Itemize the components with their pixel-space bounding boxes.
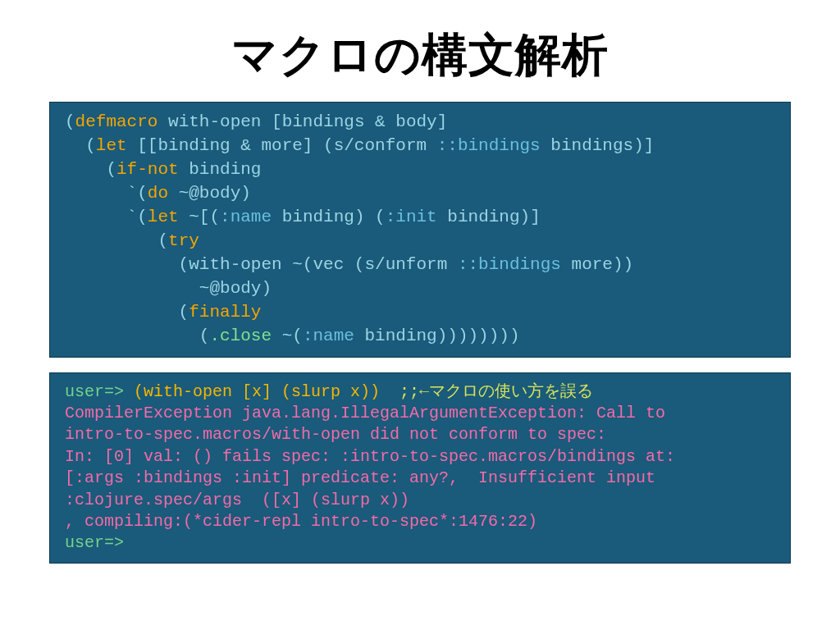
slide: マクロの構文解析 (defmacro with-open [bindings &… (0, 0, 840, 630)
indent: `( (65, 208, 148, 226)
kw-let2: let (148, 208, 179, 226)
indent: ( (65, 136, 96, 155)
error-line: intro-to-spec.macros/with-open did not c… (65, 425, 606, 444)
slide-title: マクロの構文解析 (49, 25, 791, 87)
kw-try: try (168, 231, 199, 250)
error-line: , compiling:(*cider-repl intro-to-spec*:… (65, 512, 537, 531)
withopen-call: (with-open ~(vec (s/unform (65, 255, 458, 274)
method-close: .close (209, 326, 272, 345)
let-binding: [[binding & more] (s/conform (127, 136, 437, 155)
error-line: :clojure.spec/args ([x] (slurp x)) (65, 491, 409, 509)
error-line: In: [0] val: () fails spec: :intro-to-sp… (65, 447, 675, 466)
indent: `( (65, 184, 148, 203)
kw-defmacro: defmacro (75, 112, 158, 131)
mid1: binding) ( (272, 208, 386, 226)
closing-parens: binding)))))))) (354, 326, 520, 345)
vec-open: ~[( (179, 208, 220, 226)
tail2: more)) (561, 255, 633, 274)
tail: bindings)] (541, 136, 655, 155)
repl-prompt: user=> (65, 382, 124, 401)
kw-name: :name (220, 208, 272, 226)
body: ~@body) (168, 184, 251, 203)
kw-bindings: ::bindings (437, 136, 541, 155)
body2: ~@body) (65, 279, 272, 298)
indent: ( (65, 160, 116, 179)
mid2: binding)] (437, 208, 541, 226)
indent: ( (65, 326, 209, 345)
error-line: [:args :bindings :init] predicate: any?,… (65, 468, 655, 487)
code-block-defmacro: (defmacro with-open [bindings & body] (l… (49, 102, 791, 358)
indent: ( (65, 303, 189, 322)
kw-bindings2: ::bindings (458, 255, 561, 274)
repl-comment: ;;←マクロの使い方を誤る (399, 382, 593, 401)
tilde-open: ~( (272, 326, 303, 345)
indent: ( (65, 231, 168, 250)
kw-let: let (96, 136, 127, 155)
error-line: CompilerException java.lang.IllegalArgum… (65, 404, 665, 422)
cond: binding (179, 160, 262, 179)
paren: ( (65, 112, 75, 131)
sig: with-open [bindings & body] (158, 112, 447, 131)
repl-input: (with-open [x] (slurp x)) (124, 382, 399, 401)
kw-init: :init (386, 208, 437, 226)
code-block-repl: user=> (with-open [x] (slurp x)) ;;←マクロの… (49, 372, 791, 564)
repl-prompt-2: user=> (65, 533, 124, 552)
kw-name2: :name (303, 326, 354, 345)
kw-do: do (148, 184, 168, 203)
kw-ifnot: if-not (116, 160, 179, 179)
kw-finally: finally (189, 303, 261, 322)
